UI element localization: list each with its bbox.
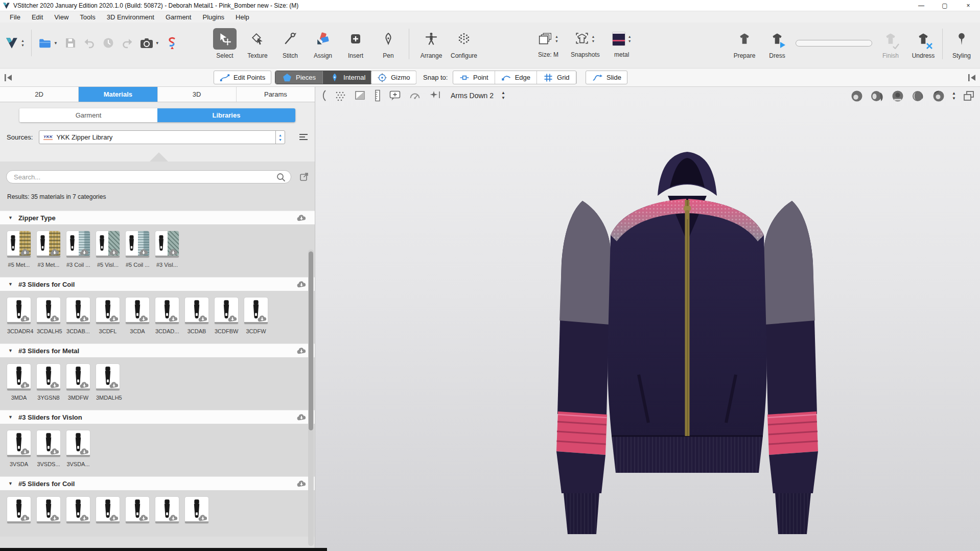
material-thumbnail[interactable]: [126, 297, 149, 324]
menu-tools[interactable]: Tools: [74, 11, 101, 22]
snap-grid-button[interactable]: Grid: [537, 71, 576, 84]
material-thumbnail[interactable]: [185, 497, 208, 523]
configure-button[interactable]: Configure: [448, 27, 480, 59]
material-item[interactable]: 3CDAB...: [66, 297, 90, 334]
internal-toggle-button[interactable]: Internal: [322, 71, 372, 84]
maximize-button[interactable]: ▢: [933, 0, 956, 11]
prepare-button[interactable]: Prepare: [728, 27, 761, 59]
material-item[interactable]: 3CDAD...: [155, 297, 179, 334]
menu-view[interactable]: View: [49, 11, 74, 22]
cloud-download-icon[interactable]: [296, 414, 307, 421]
subtab-libraries[interactable]: Libraries: [157, 108, 295, 122]
material-thumbnail[interactable]: [37, 297, 60, 324]
open-external-icon[interactable]: [299, 172, 309, 181]
material-item[interactable]: 3CDFBW: [215, 297, 238, 334]
tab-3d[interactable]: 3D: [158, 87, 237, 102]
dot-grid-icon[interactable]: [334, 89, 346, 102]
material-thumbnail[interactable]: [185, 297, 208, 324]
undo-icon[interactable]: [83, 37, 96, 49]
material-thumbnail[interactable]: [37, 364, 60, 391]
undress-button[interactable]: Undress: [907, 27, 940, 59]
minimize-button[interactable]: —: [909, 0, 933, 11]
material-preset-selector[interactable]: ▲▼ metal: [612, 27, 632, 58]
snap-edge-button[interactable]: Edge: [495, 71, 537, 84]
material-thumbnail[interactable]: [155, 497, 179, 523]
menu-3d-environment[interactable]: 3D Environment: [101, 11, 160, 22]
open-file-button[interactable]: ▼: [38, 36, 58, 50]
collapse-right-icon[interactable]: [967, 73, 977, 83]
camera-side-left-icon[interactable]: [870, 89, 884, 103]
material-item[interactable]: #3 Coil ...: [66, 231, 90, 268]
material-item[interactable]: [126, 497, 149, 527]
close-button[interactable]: ×: [956, 0, 980, 11]
material-item[interactable]: 3CDAB: [185, 297, 208, 334]
material-item[interactable]: #3 Met...: [37, 231, 60, 268]
assign-button[interactable]: Assign: [307, 27, 339, 59]
library-source-dropdown[interactable]: YKK YKK Zipper Library ▲▼: [39, 130, 285, 144]
material-thumbnail[interactable]: [7, 497, 31, 523]
material-item[interactable]: #5 Met...: [7, 231, 31, 268]
styling-button[interactable]: Styling: [945, 27, 978, 59]
material-thumbnail[interactable]: [7, 430, 31, 457]
menu-garment[interactable]: Garment: [160, 11, 197, 22]
material-thumbnail[interactable]: [215, 297, 238, 324]
menu-help[interactable]: Help: [230, 11, 255, 22]
collapse-triangle-icon[interactable]: ▼: [8, 282, 13, 287]
material-thumbnail[interactable]: [37, 497, 60, 523]
select-button[interactable]: Select: [208, 27, 241, 59]
camera-three-quarter-icon[interactable]: [911, 89, 925, 103]
dress-button[interactable]: Dress: [761, 27, 794, 59]
snapshot-camera-button[interactable]: ▼: [140, 37, 159, 49]
material-thumbnail[interactable]: [244, 297, 268, 324]
cloud-download-icon[interactable]: [296, 348, 307, 354]
material-item[interactable]: 3MDFW: [66, 364, 90, 401]
collapse-arc-icon[interactable]: [320, 89, 326, 102]
snap-point-button[interactable]: Point: [453, 71, 495, 84]
gradient-square-icon[interactable]: [354, 89, 366, 102]
ruler-icon[interactable]: [374, 89, 381, 102]
material-thumbnail[interactable]: [66, 430, 90, 457]
category-header[interactable]: ▼#5 Sliders for Coil: [0, 476, 315, 490]
material-thumbnail[interactable]: [66, 231, 90, 258]
material-thumbnail[interactable]: [37, 430, 60, 457]
history-clock-icon[interactable]: [102, 37, 114, 49]
arrange-button[interactable]: Arrange: [415, 27, 448, 59]
tension-gauge-icon[interactable]: [409, 89, 421, 102]
material-item[interactable]: [96, 497, 120, 527]
tab-materials[interactable]: Materials: [79, 87, 157, 102]
material-item[interactable]: 3CDFW: [244, 297, 268, 334]
material-thumbnail[interactable]: [66, 364, 90, 391]
material-item[interactable]: [7, 497, 31, 527]
sparkle-quality-icon[interactable]: [429, 89, 441, 102]
collapse-triangle-icon[interactable]: ▼: [8, 215, 13, 220]
tab-params[interactable]: Params: [237, 87, 315, 102]
stylezone-upload-icon[interactable]: [166, 36, 178, 50]
material-thumbnail[interactable]: [126, 231, 149, 258]
material-item[interactable]: [66, 497, 90, 527]
cloud-download-icon[interactable]: [296, 480, 307, 487]
material-thumbnail[interactable]: [37, 231, 60, 258]
material-thumbnail[interactable]: [126, 497, 149, 523]
collapse-triangle-icon[interactable]: ▼: [8, 415, 13, 420]
snapshots-selector[interactable]: ▲▼ Snapshots: [571, 27, 600, 58]
category-header[interactable]: ▼#3 Sliders for Coil: [0, 277, 315, 291]
menu-edit[interactable]: Edit: [26, 11, 49, 22]
material-thumbnail[interactable]: [66, 297, 90, 324]
panel-scrollbar[interactable]: [308, 249, 314, 546]
collapse-triangle-icon[interactable]: ▼: [8, 481, 13, 486]
material-item[interactable]: #5 Visl...: [96, 231, 120, 268]
category-header[interactable]: ▼Zipper Type: [0, 211, 315, 224]
save-icon[interactable]: [64, 37, 77, 49]
camera-back-icon[interactable]: [891, 89, 904, 103]
app-version-selector[interactable]: ▲▼: [5, 36, 25, 50]
material-item[interactable]: 3CDADR4: [7, 297, 31, 334]
list-options-icon[interactable]: [298, 133, 309, 141]
camera-front-icon[interactable]: [850, 89, 864, 103]
tab-2d[interactable]: 2D: [0, 87, 79, 102]
menu-file[interactable]: File: [4, 11, 26, 22]
material-item[interactable]: 3MDA: [7, 364, 31, 401]
window-restore-icon[interactable]: [963, 90, 975, 102]
scrollbar-thumb[interactable]: [309, 251, 313, 430]
material-thumbnail[interactable]: [7, 231, 31, 258]
search-field[interactable]: [6, 170, 291, 183]
